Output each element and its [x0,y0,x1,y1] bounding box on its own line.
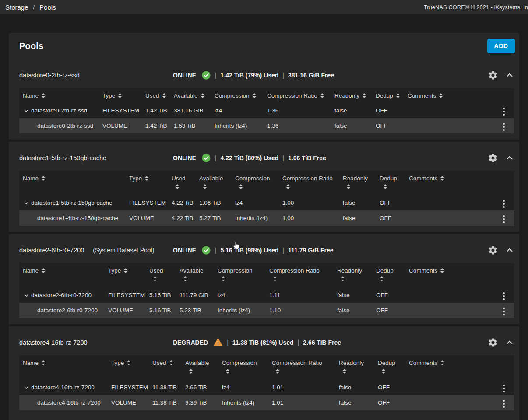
pool-title: datastore4-16tb-rz-7200 [19,339,173,346]
sort-icon [440,176,444,181]
pool-status: ONLINE | 4.22 TiB (80%) Used | 1.06 TiB … [173,153,326,163]
sort-icon [253,93,256,98]
chevron-down-icon[interactable] [23,292,30,299]
status-separator: | [282,154,284,161]
pool-collapse-button[interactable] [504,152,515,164]
pool-used-text: 1.42 TiB (79%) Used [221,72,279,79]
column-header-comments[interactable]: Comments [409,263,479,287]
pool-settings-button[interactable] [487,245,499,256]
breadcrumb-separator: / [33,4,35,10]
status-separator: | [227,339,229,346]
sort-icon [145,176,148,181]
chevron-down-icon[interactable] [23,384,30,391]
sort-icon [396,93,400,98]
column-header-used[interactable]: Used [172,171,199,195]
breadcrumb-storage[interactable]: Storage [5,4,28,11]
row-menu-button[interactable] [501,306,507,317]
pool-settings-button[interactable] [487,152,499,164]
pool-suffix: (System Dataset Pool) [93,247,154,254]
row-menu-button[interactable] [501,383,507,394]
datasets-table: Name Type Used Available Compression Com… [19,263,514,318]
column-header-comments[interactable]: Comments [408,88,478,103]
column-header-readonly[interactable]: Readonly [334,88,376,103]
chevron-up-icon [505,245,514,255]
pool-settings-button[interactable] [487,337,499,348]
pool-collapse-button[interactable] [504,70,515,81]
pool-header: datastore1-5tb-rz-150gb-cache ONLINE | 4… [9,148,519,168]
pool-free-text: 2.66 TiB Free [303,339,341,346]
column-header-dedup[interactable]: Dedup [378,355,409,380]
pool-section-1: datastore1-5tb-rz-150gb-cache ONLINE | 4… [9,140,519,232]
column-header-compression-ratio[interactable]: Compression Ratio [267,88,334,103]
table-row: datastore2-6tb-r0-7200 VOLUME 5.16 TiB 5… [19,303,514,318]
pool-name: datastore2-6tb-r0-7200 [19,247,84,254]
sort-icon [189,369,193,374]
breadcrumb-pools[interactable]: Pools [39,4,56,11]
column-header-compression[interactable]: Compression [215,88,267,103]
table-row: datastore1-5tb-rz-150gb-cache FILESYSTEM… [19,195,514,210]
column-header-comments[interactable]: Comments [409,171,479,195]
pool-status: DEGRADED | 11.38 TiB (81%) Used | 2.66 T… [173,338,341,347]
column-header-dedup[interactable]: Dedup [380,171,409,195]
row-menu-button[interactable] [501,106,507,117]
sort-icon [347,184,350,189]
status-separator: | [215,154,217,161]
column-header-used[interactable]: Used [152,355,185,380]
column-header-comments[interactable]: Comments [409,355,479,380]
column-header-readonly[interactable]: Readonly [337,263,376,287]
column-header-name[interactable]: Name [19,263,108,287]
column-header-compression-ratio[interactable]: Compression Ratio [269,263,337,287]
pool-status-text: ONLINE [173,72,196,79]
status-separator: | [298,339,299,346]
column-header-used[interactable]: Used [145,88,174,103]
pool-collapse-button[interactable] [504,337,515,348]
sort-icon [239,184,243,189]
sort-icon [440,268,444,273]
column-header-type[interactable]: Type [111,355,152,380]
row-menu-button[interactable] [501,214,507,224]
column-header-dedup[interactable]: Dedup [376,263,409,287]
chevron-up-icon [505,338,514,347]
sort-icon [124,268,127,273]
column-header-available[interactable]: Available [180,263,218,287]
datasets-table: Name Type Used Available Compression Com… [19,88,514,133]
pool-status: ONLINE | 5.16 TiB (98%) Used | 111.79 Gi… [173,245,334,255]
pool-settings-button[interactable] [487,70,499,81]
column-header-available[interactable]: Available [174,88,215,103]
sort-icon [341,276,345,281]
sort-icon [42,176,45,181]
row-menu-button[interactable] [501,199,507,209]
column-header-compression-ratio[interactable]: Compression Ratio [272,355,339,380]
column-header-compression-ratio[interactable]: Compression Ratio [282,171,343,195]
add-pool-button[interactable]: ADD [487,39,515,53]
column-header-actions [479,171,514,195]
chevron-down-icon[interactable] [23,200,30,206]
table-row: datastore0-2tb-rz-ssd VOLUME 1.42 TiB 1.… [19,118,514,133]
column-header-readonly[interactable]: Readonly [343,171,380,195]
column-header-available[interactable]: Available [185,355,222,380]
chevron-down-icon[interactable] [23,107,30,114]
column-header-dedup[interactable]: Dedup [376,88,408,103]
column-header-compression[interactable]: Compression [235,171,282,195]
column-header-compression[interactable]: Compression [222,355,272,380]
column-header-readonly[interactable]: Readonly [339,355,378,380]
column-header-type[interactable]: Type [102,88,145,103]
column-header-name[interactable]: Name [19,88,102,103]
pool-collapse-button[interactable] [504,245,515,256]
column-header-used[interactable]: Used [149,263,180,287]
status-separator: | [215,247,217,254]
table-row: datastore2-6tb-r0-7200 FILESYSTEM 5.16 T… [19,287,514,303]
table-row: datastore0-2tb-rz-ssd FILESYSTEM 1.42 Ti… [19,103,514,118]
column-header-type[interactable]: Type [108,263,149,287]
row-menu-button[interactable] [501,122,507,132]
column-header-name[interactable]: Name [19,355,111,380]
chevron-up-icon [505,153,514,163]
row-menu-button[interactable] [501,291,507,301]
row-menu-button[interactable] [501,399,507,409]
column-header-type[interactable]: Type [129,171,172,195]
column-header-available[interactable]: Available [199,171,235,195]
sort-icon [222,276,225,281]
column-header-compression[interactable]: Compression [218,263,269,287]
status-separator: | [282,247,284,254]
column-header-name[interactable]: Name [19,171,129,195]
